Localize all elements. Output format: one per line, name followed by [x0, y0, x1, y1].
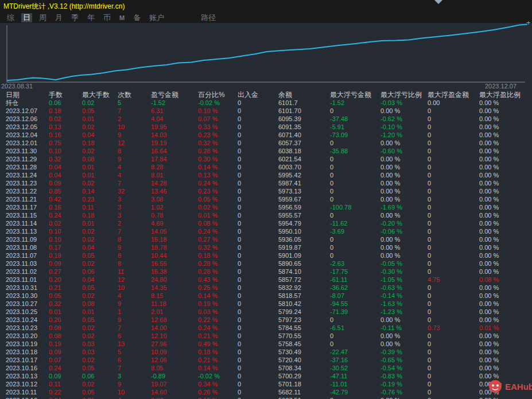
menu-item-年[interactable]: 年 [86, 13, 96, 22]
column-header[interactable]: 余额 [278, 91, 330, 99]
row-cell: -0.02 % [198, 372, 238, 380]
row-cell: 0.01 [82, 219, 118, 227]
table-row[interactable]: 2023.10.190.190.031327.960.49 %05758.450… [0, 340, 532, 348]
row-cell: 9 [118, 243, 151, 251]
dropdown-arrow-icon[interactable] [434, 0, 442, 4]
table-row[interactable]: 2023.11.300.100.02816.640.28 %06038.18-3… [0, 147, 532, 155]
column-header[interactable]: 最大浮盈比例 [479, 91, 532, 99]
menu-item-备[interactable]: 备 [131, 13, 142, 22]
row-cell: 0.00 % [380, 340, 428, 348]
menu-item-综[interactable]: 综 [5, 13, 16, 22]
row-cell: 0 [238, 372, 278, 380]
table-row[interactable]: 2023.11.070.190.05810.440.18 %05901.0900… [0, 251, 532, 259]
table-row[interactable]: 2023.11.220.850.143213.460.23 %05973.130… [0, 187, 532, 195]
column-header[interactable]: 最大浮亏比例 [380, 91, 428, 99]
row-cell: 7 [118, 324, 151, 332]
row-cell: -0.11 % [380, 324, 428, 332]
row-cell: 0.00 % [479, 139, 532, 147]
table-row[interactable]: 2023.12.010.750.181219.190.32 %06057.370… [0, 139, 532, 147]
table-row[interactable]: 2023.10.180.090.03510.090.18 %05730.49-2… [0, 348, 532, 356]
row-cell: 0.19 [49, 340, 82, 348]
column-header[interactable]: 最大手数 [82, 91, 118, 99]
table-row[interactable]: 2023.11.280.040.0148.280.14 %06003.7000.… [0, 163, 532, 171]
table-row[interactable]: 2023.10.160.240.0578.050.14 %05708.34-30… [0, 364, 532, 372]
table-row[interactable]: 2023.11.130.100.02714.050.24 %05950.10-3… [0, 227, 532, 235]
menu-item-币[interactable]: 币 [102, 13, 112, 22]
table-row[interactable]: 2023.11.240.040.0148.010.13 %05995.4200.… [0, 171, 532, 179]
column-header[interactable]: 出入金 [238, 91, 278, 99]
table-row[interactable]: 2023.11.210.420.2333.080.05 %05959.6700.… [0, 195, 532, 203]
column-header[interactable]: 手数 [49, 91, 82, 99]
table-row[interactable]: 2023.10.240.200.05912.680.22 %05797.2300… [0, 316, 532, 324]
equity-chart [0, 23, 532, 89]
column-header[interactable]: 盈亏金额 [151, 91, 198, 99]
column-header[interactable]: 日期 [6, 91, 49, 99]
row-cell: 5708.34 [278, 364, 330, 372]
row-cell: 5995.42 [278, 171, 330, 179]
row-cell: 0 [330, 107, 380, 115]
menu-item-M[interactable]: M [118, 13, 126, 22]
table-row[interactable]: 2023.11.010.200.041224.800.43 %05857.72-… [0, 276, 532, 284]
row-cell: 0.06 [49, 99, 82, 107]
table-row[interactable]: 2023.10.170.070.02612.060.21 %05720.40-3… [0, 356, 532, 364]
table-row[interactable]: 2023.10.100.040.0149.970.15 %05667.5100.… [0, 396, 532, 399]
table-row[interactable]: 2023.12.060.020.0124.040.07 %06095.39-37… [0, 115, 532, 123]
table-row[interactable]: 2023.12.070.180.0576.310.10 %06101.7000.… [0, 107, 532, 115]
table-row[interactable]: 2023.10.200.080.02612.100.21 %05770.5500… [0, 332, 532, 340]
row-cell: 0.01 [82, 163, 118, 171]
column-header[interactable]: 最大浮亏金额 [330, 91, 380, 99]
row-cell: 0.24 [49, 364, 82, 372]
row-date: 2023.10.12 [6, 380, 49, 388]
menu-item-月[interactable]: 月 [53, 13, 64, 22]
row-cell: 0.00 % [479, 268, 532, 276]
menu-item-path[interactable]: 路径 [199, 13, 218, 22]
menu-item-账户[interactable]: 账户 [147, 13, 166, 22]
row-cell: 5818.57 [278, 292, 330, 300]
table-row[interactable]: 2023.11.140.020.0124.690.08 %05954.79-11… [0, 219, 532, 227]
row-cell: 0.00 % [479, 259, 532, 268]
table-row[interactable]: 2023.10.300.050.0248.150.14 %05818.57-8.… [0, 292, 532, 300]
table-row[interactable]: 2023.11.090.100.02816.180.27 %05936.0500… [0, 235, 532, 243]
menu-item-周[interactable]: 周 [37, 13, 48, 22]
table-row[interactable]: 2023.11.230.090.02714.280.24 %05987.4100… [0, 179, 532, 187]
row-cell: 0.05 [49, 292, 82, 300]
row-cell: 0 [238, 332, 278, 340]
row-cell: 0 [238, 203, 278, 211]
table-row[interactable]: 2023.11.020.270.061116.380.28 %05874.10-… [0, 268, 532, 276]
row-cell: 0.05 [82, 388, 118, 396]
table-row[interactable]: 2023.12.050.130.021019.950.33 %06091.35-… [0, 123, 532, 131]
table-row[interactable]: 2023.10.230.080.02714.000.24 %05784.55-6… [0, 324, 532, 332]
table-row[interactable]: 2023.11.290.320.08917.840.30 %06021.5400… [0, 155, 532, 163]
row-cell: -6.51 [330, 324, 380, 332]
menu-item-日[interactable]: 日 [21, 13, 32, 22]
row-date: 2023.11.22 [6, 187, 49, 195]
table-row[interactable]: 2023.11.150.240.1830.780.01 %05955.5700.… [0, 211, 532, 219]
chart-start-date-label: 2023.08.31 [1, 83, 33, 90]
table-row[interactable]: 2023.10.130.090.063-0.89-0.02 %05700.29-… [0, 372, 532, 380]
row-date: 2023.10.25 [6, 308, 49, 316]
row-cell: -0.05 % [380, 259, 428, 268]
table-row[interactable]: 2023.11.170.160.1131.020.02 %05956.59-10… [0, 203, 532, 211]
table-row[interactable]: 2023.12.040.160.04914.030.23 %06071.40-7… [0, 131, 532, 139]
row-cell: 0.43 % [198, 276, 238, 284]
row-cell: 9 [118, 300, 151, 308]
table-row[interactable]: 持仓0.060.025-1.52-0.02 %06101.7-1.52-0.03… [0, 99, 532, 107]
table-row[interactable]: 2023.10.120.110.02919.070.34 %05701.18-1… [0, 380, 532, 388]
table-row[interactable]: 2023.11.080.170.04918.780.32 %05919.8700… [0, 243, 532, 251]
row-cell: 0.14 % [198, 292, 238, 300]
table-row[interactable]: 2023.10.110.220.051014.600.26 %05682.11-… [0, 388, 532, 396]
row-cell: 6071.40 [278, 131, 330, 139]
row-date: 2023.10.27 [6, 300, 49, 308]
row-cell: 10 [118, 284, 151, 292]
column-header[interactable]: 次数 [118, 91, 151, 99]
table-row[interactable]: 2023.10.310.210.051014.350.25 %05832.92-… [0, 284, 532, 292]
row-date: 2023.11.08 [6, 243, 49, 251]
row-date: 2023.10.11 [6, 388, 49, 396]
table-row[interactable]: 2023.10.250.010.0112.010.03 %05799.24-71… [0, 308, 532, 316]
table-row[interactable]: 2023.10.270.320.08911.180.19 %05810.42-9… [0, 300, 532, 308]
menu-item-季[interactable]: 季 [69, 13, 80, 22]
row-cell: 5720.40 [278, 356, 330, 364]
table-row[interactable]: 2023.11.030.090.02816.550.28 %05890.65-2… [0, 259, 532, 268]
column-header[interactable]: 最大浮盈金额 [428, 91, 479, 99]
column-header[interactable]: 百分比% [198, 91, 238, 99]
